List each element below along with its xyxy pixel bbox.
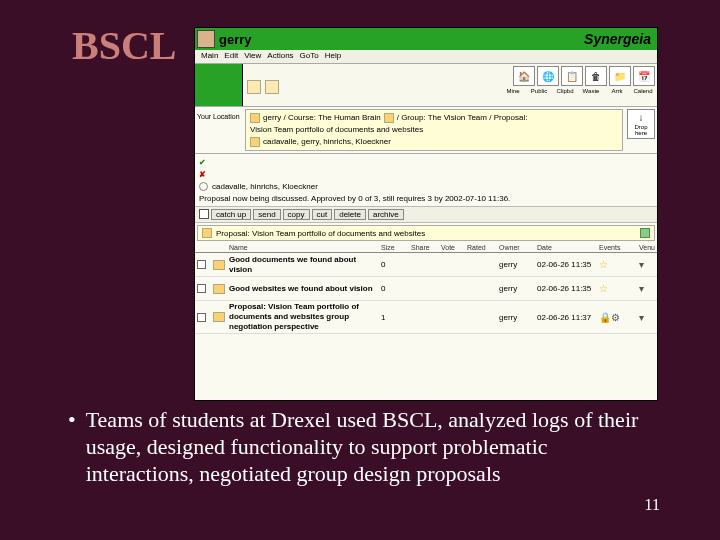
review-status: ✔ ✘ cadavalle, hinrichs, Kloeckner Propo… xyxy=(195,154,657,206)
row-checkbox[interactable] xyxy=(197,260,206,269)
bullet-item: • Teams of students at Drexel used BSCL,… xyxy=(68,406,658,487)
row-size: 0 xyxy=(381,260,409,269)
row-size: 0 xyxy=(381,284,409,293)
menu-icon[interactable]: ▾ xyxy=(639,259,663,270)
tools-icon[interactable] xyxy=(265,80,279,94)
label-public: Public xyxy=(527,88,551,94)
public-icon[interactable]: 🌐 xyxy=(537,66,559,86)
row-name[interactable]: Good websites we found about vision xyxy=(229,284,379,294)
archive-button[interactable]: archive xyxy=(368,209,404,220)
col-share[interactable]: Share xyxy=(411,244,439,251)
edit-icon[interactable] xyxy=(640,228,650,238)
label-arrk: Arrk xyxy=(605,88,629,94)
row-owner: gerry xyxy=(499,284,535,293)
app-brand: Synergeia xyxy=(584,31,657,47)
user-avatar xyxy=(197,30,215,48)
menu-main[interactable]: Main xyxy=(201,51,218,62)
row-date: 02-06-26 11:35 xyxy=(537,284,597,293)
panel-folder-icon xyxy=(202,228,212,238)
arrk-icon[interactable]: 📁 xyxy=(609,66,631,86)
calendar-icon[interactable]: 📅 xyxy=(633,66,655,86)
location-row: Your Location gerry / Course: The Human … xyxy=(195,106,657,154)
menu-view[interactable]: View xyxy=(244,51,261,62)
star-icon: ☆ xyxy=(599,259,637,270)
tool-labels: Mine Public Clipbd Waste Arrk Calend xyxy=(501,88,655,94)
slide-title: BSCL xyxy=(72,22,177,69)
row-owner: gerry xyxy=(499,313,535,322)
menu-help[interactable]: Help xyxy=(325,51,341,62)
table-row[interactable]: Good documents we found about vision 0 g… xyxy=(195,253,657,277)
col-owner[interactable]: Owner xyxy=(499,244,535,251)
panel-title: Proposal: Vision Team portfolio of docum… xyxy=(216,229,425,238)
delete-button[interactable]: delete xyxy=(334,209,366,220)
label-calend: Calend xyxy=(631,88,655,94)
action-row: catch up send copy cut delete archive xyxy=(195,206,657,223)
gear-icon: ⚙ xyxy=(611,312,620,323)
label-waste: Waste xyxy=(579,88,603,94)
table-row[interactable]: Proposal: Vision Team portfolio of docum… xyxy=(195,301,657,334)
col-events[interactable]: Events xyxy=(599,244,637,251)
col-venu[interactable]: Venu xyxy=(639,244,663,251)
mine-icon[interactable]: 🏠 xyxy=(513,66,535,86)
username: gerry xyxy=(219,32,252,47)
label-clipbd: Clipbd xyxy=(553,88,577,94)
menubar: Main Edit View Actions GoTo Help xyxy=(195,50,657,64)
bullet-dot: • xyxy=(68,406,76,487)
col-date[interactable]: Date xyxy=(537,244,597,251)
clipboard-icon[interactable]: 📋 xyxy=(561,66,583,86)
left-gutter-green xyxy=(195,64,243,106)
label-mine: Mine xyxy=(501,88,525,94)
col-size[interactable]: Size xyxy=(381,244,409,251)
drop-here[interactable]: Drop here xyxy=(627,109,655,139)
star-icon: ☆ xyxy=(599,283,637,294)
group-icon xyxy=(384,113,394,123)
top-band: 🏠 🌐 📋 🗑 📁 📅 Mine Public Clipbd Waste Arr… xyxy=(195,64,657,106)
row-checkbox[interactable] xyxy=(197,284,206,293)
send-button[interactable]: send xyxy=(253,209,280,220)
cut-button[interactable]: cut xyxy=(312,209,333,220)
menu-goto[interactable]: GoTo xyxy=(300,51,319,62)
col-rated[interactable]: Rated xyxy=(467,244,497,251)
bullet-text-content: Teams of students at Drexel used BSCL, a… xyxy=(86,406,658,487)
waste-icon[interactable]: 🗑 xyxy=(585,66,607,86)
folder-icon xyxy=(213,284,225,294)
row-date: 02-06-26 11:37 xyxy=(537,313,597,322)
person-icon xyxy=(250,113,260,123)
select-all-checkbox[interactable] xyxy=(199,209,209,219)
panel-header: Proposal: Vision Team portfolio of docum… xyxy=(197,225,655,241)
row-owner: gerry xyxy=(499,260,535,269)
breadcrumb-line-2[interactable]: Vision Team portfolio of documents and w… xyxy=(250,124,423,136)
row-checkbox[interactable] xyxy=(197,313,206,322)
tool-icon-strip: 🏠 🌐 📋 🗑 📁 📅 xyxy=(513,66,655,86)
row-name[interactable]: Proposal: Vision Team portfolio of docum… xyxy=(229,302,379,332)
row-size: 1 xyxy=(381,313,409,322)
members-list: cadavalle, gerry, hinrichs, Kloeckner xyxy=(263,136,391,148)
page-icon[interactable] xyxy=(247,80,261,94)
menu-icon[interactable]: ▾ xyxy=(639,312,663,323)
row-name[interactable]: Good documents we found about vision xyxy=(229,255,379,275)
copy-button[interactable]: copy xyxy=(283,209,310,220)
col-vote[interactable]: Vote xyxy=(441,244,465,251)
review-status-text: Proposal now being discussed. Approved b… xyxy=(199,194,510,203)
titlebar: gerry Synergeia xyxy=(195,28,657,50)
app-window: gerry Synergeia Main Edit View Actions G… xyxy=(194,27,658,401)
table-row[interactable]: Good websites we found about vision 0 ge… xyxy=(195,277,657,301)
menu-edit[interactable]: Edit xyxy=(224,51,238,62)
breadcrumb-line-1a[interactable]: gerry / Course: The Human Brain xyxy=(263,112,381,124)
page-number: 11 xyxy=(645,496,660,514)
folder-icon xyxy=(213,260,225,270)
breadcrumb-line-1b[interactable]: / Group: The Vision Team / Proposal: xyxy=(397,112,528,124)
voters-text: cadavalle, hinrichs, Kloeckner xyxy=(212,182,318,191)
catch-up-button[interactable]: catch up xyxy=(211,209,251,220)
x-icon: ✘ xyxy=(199,170,206,179)
menu-icon[interactable]: ▾ xyxy=(639,283,663,294)
location-label: Your Location xyxy=(195,107,243,153)
people-icon xyxy=(250,137,260,147)
toolbar-area: 🏠 🌐 📋 🗑 📁 📅 Mine Public Clipbd Waste Arr… xyxy=(243,64,657,106)
menu-actions[interactable]: Actions xyxy=(267,51,293,62)
folder-icon xyxy=(213,312,225,322)
check-icon: ✔ xyxy=(199,158,206,167)
col-name[interactable]: Name xyxy=(229,244,379,251)
grid-header: Name Size Share Vote Rated Owner Date Ev… xyxy=(195,243,657,253)
radio-icon[interactable] xyxy=(199,182,208,191)
